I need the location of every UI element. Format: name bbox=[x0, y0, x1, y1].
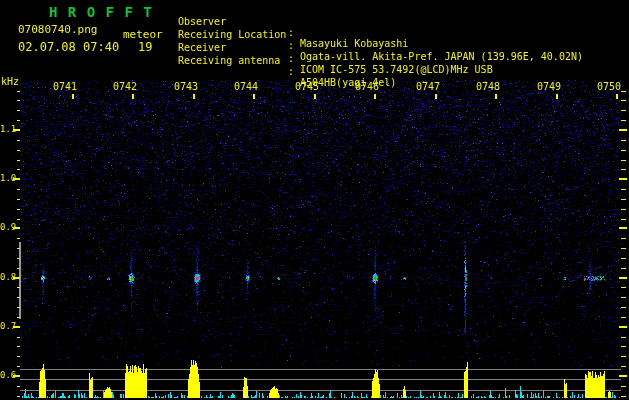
time-tick-label: 0748 bbox=[475, 81, 501, 92]
info-separator: : bbox=[288, 66, 294, 77]
time-tick-label: 0750 bbox=[596, 81, 622, 92]
filename-label: 07080740.png bbox=[18, 23, 97, 36]
time-tick-label: 0742 bbox=[112, 81, 138, 92]
hrofft-window: H R O F F T 07080740.png meteor 02.07.08… bbox=[0, 0, 629, 400]
meteor-count: 19 bbox=[138, 40, 152, 54]
freq-tick-label: 0.8 bbox=[0, 272, 16, 282]
time-tick-label: 0749 bbox=[536, 81, 562, 92]
info-row-location: Receiving Location : Ogata-vill. Akita-P… bbox=[178, 18, 628, 31]
info-row-observer: Observer : Masayuki Kobayashi bbox=[178, 5, 628, 18]
station-info: Observer : Masayuki Kobayashi Receiving … bbox=[178, 4, 628, 60]
time-tick-label: 0746 bbox=[354, 81, 380, 92]
freq-axis-unit: kHz bbox=[1, 76, 19, 87]
time-tick-label: 0744 bbox=[233, 81, 259, 92]
freq-tick-label: 0.9 bbox=[0, 222, 16, 232]
freq-tick-label: 1.0 bbox=[0, 173, 16, 183]
time-tick-label: 0745 bbox=[294, 81, 320, 92]
info-value: ICOM IC-575 53.7492(@LCD)MHz USB bbox=[300, 64, 493, 75]
info-row-receiver: Receiver : ICOM IC-575 53.7492(@LCD)MHz … bbox=[178, 31, 628, 44]
time-tick-label: 0747 bbox=[415, 81, 441, 92]
time-tick-label: 0741 bbox=[52, 81, 78, 92]
info-label: Receiving antenna bbox=[178, 55, 286, 66]
datetime-label: 02.07.08 07:40 bbox=[18, 40, 119, 54]
app-title: H R O F F T bbox=[49, 4, 153, 20]
freq-tick-label: 0.7 bbox=[0, 321, 16, 331]
info-row-antenna: Receiving antenna : A504HB(yagi 4el) bbox=[178, 44, 628, 57]
time-tick-label: 0743 bbox=[173, 81, 199, 92]
freq-tick-label: 0.6 bbox=[0, 370, 16, 380]
freq-tick-label: 1.1 bbox=[0, 124, 16, 134]
